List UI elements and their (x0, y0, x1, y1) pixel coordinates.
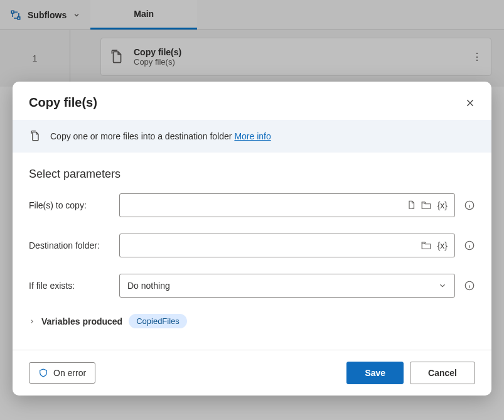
dialog-title: Copy file(s) (29, 95, 97, 110)
file-picker-icon[interactable] (405, 200, 417, 211)
if-exists-select[interactable]: Do nothing (119, 274, 455, 298)
dialog-header: Copy file(s) (13, 82, 491, 120)
dialog-footer: On error Save Cancel (13, 350, 491, 396)
info-banner: Copy one or more files into a destinatio… (13, 120, 491, 153)
variable-chip[interactable]: CopiedFiles (129, 314, 187, 328)
copy-files-dialog: Copy file(s) Copy one or more files into… (13, 82, 491, 396)
banner-text: Copy one or more files into a destinatio… (50, 131, 271, 141)
folder-picker-icon[interactable] (421, 240, 432, 251)
folder-picker-icon[interactable] (421, 200, 432, 211)
info-icon[interactable] (464, 240, 475, 251)
row-if-exists: If file exists: Do nothing (29, 274, 475, 298)
save-button[interactable]: Save (346, 362, 404, 384)
params-section: Select parameters File(s) to copy: {x} D… (13, 153, 491, 350)
destination-input[interactable] (126, 234, 417, 257)
if-exists-label: If file exists: (29, 281, 110, 291)
files-to-copy-field[interactable]: {x} (119, 193, 455, 217)
copy-file-icon (29, 130, 41, 143)
section-title: Select parameters (29, 168, 475, 181)
chevron-down-icon (438, 281, 447, 290)
more-info-link[interactable]: More info (234, 131, 271, 141)
files-to-copy-input[interactable] (126, 194, 402, 217)
variable-picker-button[interactable]: {x} (436, 240, 449, 251)
files-to-copy-label: File(s) to copy: (29, 200, 110, 210)
shield-icon (38, 368, 48, 378)
row-files-to-copy: File(s) to copy: {x} (29, 193, 475, 217)
if-exists-value: Do nothing (127, 281, 170, 291)
chevron-right-icon (29, 318, 35, 325)
row-destination: Destination folder: {x} (29, 234, 475, 257)
close-icon[interactable] (465, 98, 475, 108)
destination-label: Destination folder: (29, 240, 110, 250)
variables-produced-row[interactable]: Variables produced CopiedFiles (29, 314, 475, 328)
info-icon[interactable] (464, 200, 475, 211)
variables-label: Variables produced (41, 316, 122, 326)
variable-picker-button[interactable]: {x} (436, 200, 449, 211)
cancel-button[interactable]: Cancel (410, 362, 475, 384)
info-icon[interactable] (464, 280, 475, 291)
destination-field[interactable]: {x} (119, 234, 455, 257)
on-error-button[interactable]: On error (29, 362, 95, 384)
